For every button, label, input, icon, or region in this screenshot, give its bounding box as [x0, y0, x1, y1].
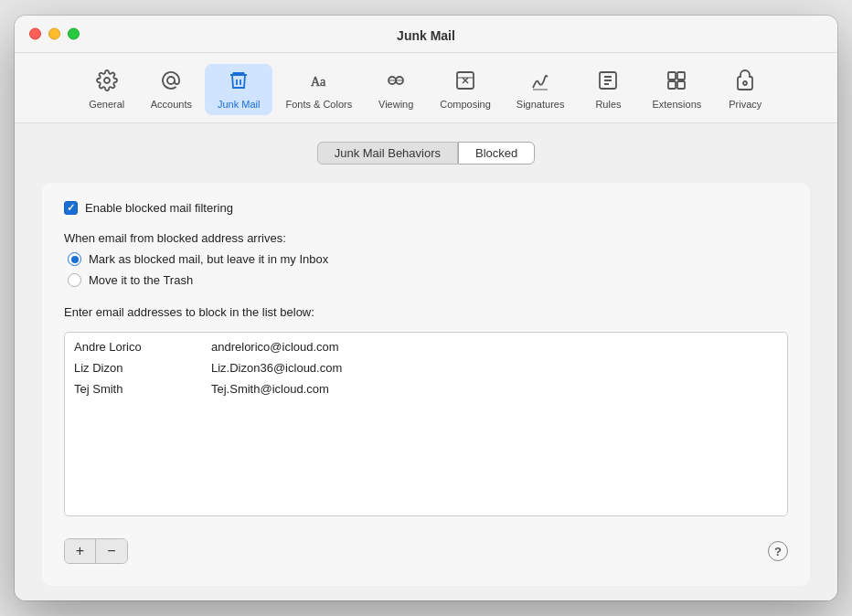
viewing-icon — [385, 69, 407, 95]
when-email-label: When email from blocked address arrives: — [64, 231, 788, 245]
radio-label-move-to-trash: Move it to the Trash — [89, 273, 193, 287]
enable-filtering-checkbox[interactable] — [64, 201, 78, 215]
toolbar-item-viewing[interactable]: Viewing — [365, 64, 427, 115]
help-button[interactable]: ? — [768, 541, 788, 561]
blocked-row-2[interactable]: Tej Smith Tej.Smith@icloud.com — [65, 378, 787, 399]
content-area: Junk Mail Behaviors Blocked Enable block… — [15, 123, 837, 600]
bottom-bar: + − ? — [64, 529, 788, 568]
toolbar-label-general: General — [89, 99, 124, 110]
toolbar-label-composing: Composing — [440, 99, 491, 110]
blocked-email-1: Liz.Dizon36@icloud.com — [211, 361, 342, 375]
tab-junk-mail-behaviors[interactable]: Junk Mail Behaviors — [317, 142, 458, 165]
blocked-email-0: andrelorico@icloud.com — [211, 340, 339, 354]
toolbar-label-junk-mail: Junk Mail — [218, 99, 260, 110]
main-window: Junk Mail General Accounts — [15, 16, 837, 600]
toolbar-item-fonts-colors[interactable]: Aa Fonts & Colors — [272, 64, 365, 115]
toolbar-label-accounts: Accounts — [151, 99, 192, 110]
toolbar-item-signatures[interactable]: Signatures — [504, 64, 578, 115]
blocked-name-0: Andre Lorico — [74, 340, 211, 354]
gear-icon — [96, 69, 118, 95]
extensions-icon — [666, 69, 687, 95]
close-button[interactable] — [29, 28, 41, 40]
tab-bar: Junk Mail Behaviors Blocked — [42, 142, 810, 165]
when-email-section: When email from blocked address arrives:… — [64, 228, 788, 287]
enable-filtering-row: Enable blocked mail filtering — [64, 201, 788, 215]
junk-mail-icon — [228, 69, 250, 95]
toolbar-label-privacy: Privacy — [729, 99, 761, 110]
blocked-row-0[interactable]: Andre Lorico andrelorico@icloud.com — [65, 336, 787, 357]
toolbar-item-junk-mail[interactable]: Junk Mail — [205, 64, 272, 115]
maximize-button[interactable] — [68, 28, 80, 40]
privacy-icon — [734, 69, 756, 95]
svg-rect-11 — [677, 72, 685, 80]
radio-label-leave-in-inbox: Mark as blocked mail, but leave it in my… — [89, 252, 328, 266]
add-remove-group: + − — [64, 538, 128, 564]
toolbar-item-rules[interactable]: Rules — [577, 64, 639, 115]
svg-point-1 — [167, 77, 175, 84]
toolbar-item-extensions[interactable]: Extensions — [639, 64, 714, 115]
blocked-row-1[interactable]: Liz Dizon Liz.Dizon36@icloud.com — [65, 357, 787, 378]
radio-move-to-trash[interactable] — [68, 273, 81, 287]
blocked-name-1: Liz Dizon — [74, 361, 211, 375]
toolbar-item-accounts[interactable]: Accounts — [138, 64, 205, 115]
toolbar-label-viewing: Viewing — [378, 99, 413, 110]
enter-addresses-label: Enter email addresses to block in the li… — [64, 305, 788, 319]
add-button[interactable]: + — [65, 539, 96, 563]
blocked-email-2: Tej.Smith@icloud.com — [211, 382, 329, 396]
toolbar-label-rules: Rules — [595, 99, 621, 110]
radio-row-leave-in-inbox: Mark as blocked mail, but leave it in my… — [68, 252, 788, 266]
minimize-button[interactable] — [48, 28, 60, 40]
toolbar-label-fonts-colors: Fonts & Colors — [285, 99, 352, 110]
toolbar-label-signatures: Signatures — [517, 99, 565, 110]
radio-row-move-to-trash: Move it to the Trash — [68, 273, 788, 287]
settings-panel: Enable blocked mail filtering When email… — [42, 183, 810, 586]
toolbar-item-general[interactable]: General — [76, 64, 138, 115]
remove-button[interactable]: − — [96, 539, 127, 563]
svg-text:Aa: Aa — [311, 75, 326, 89]
radio-leave-in-inbox[interactable] — [68, 252, 81, 266]
traffic-lights — [29, 28, 80, 40]
tab-blocked[interactable]: Blocked — [458, 142, 535, 165]
blocked-list-container: Andre Lorico andrelorico@icloud.com Liz … — [64, 332, 788, 516]
toolbar-label-extensions: Extensions — [652, 99, 701, 110]
svg-rect-10 — [668, 72, 676, 80]
svg-point-0 — [104, 78, 110, 83]
fonts-icon: Aa — [308, 69, 330, 95]
rules-icon — [597, 69, 619, 95]
window-title: Junk Mail — [397, 28, 455, 43]
enable-filtering-label: Enable blocked mail filtering — [85, 201, 233, 215]
svg-rect-12 — [668, 81, 676, 89]
toolbar: General Accounts — [15, 53, 837, 123]
toolbar-item-privacy[interactable]: Privacy — [714, 64, 776, 115]
title-bar: Junk Mail — [15, 16, 837, 53]
svg-rect-13 — [677, 81, 685, 89]
radio-group: Mark as blocked mail, but leave it in my… — [68, 252, 788, 287]
toolbar-item-composing[interactable]: Composing — [427, 64, 504, 115]
blocked-list[interactable]: Andre Lorico andrelorico@icloud.com Liz … — [65, 333, 787, 515]
at-icon — [160, 69, 182, 95]
signatures-icon — [529, 69, 551, 95]
blocked-name-2: Tej Smith — [74, 382, 211, 396]
compose-icon — [454, 69, 476, 95]
